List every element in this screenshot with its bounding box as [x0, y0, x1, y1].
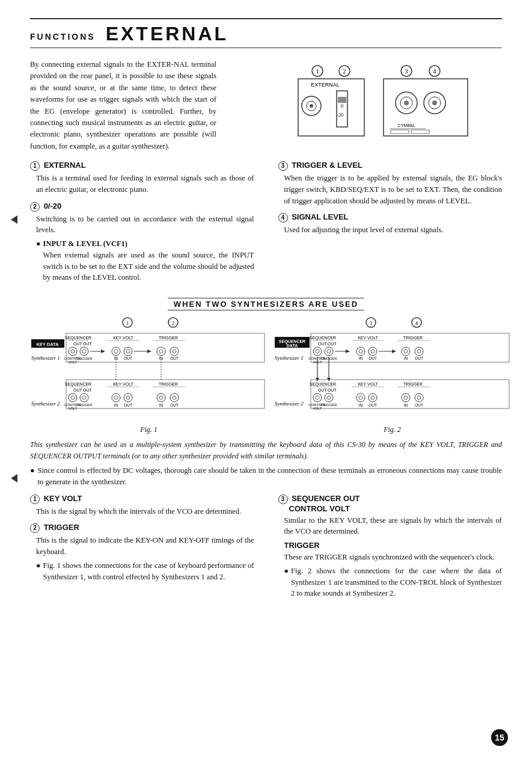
circle-num-seq-out: 3: [278, 495, 288, 504]
item-seq-out-body: Similar to the KEY VOLT, these are signa…: [278, 515, 503, 538]
item-seq-out-bullet: ● Fig. 2 shows the connections for the c…: [278, 565, 503, 599]
svg-marker-126: [392, 350, 396, 353]
svg-point-162: [402, 393, 410, 402]
synth-diagrams: 1 2 KEY DATA Synthesizer 1 SEQUENCER OUT…: [30, 316, 502, 434]
svg-marker-116: [346, 350, 350, 353]
svg-rect-13: [337, 91, 347, 127]
svg-text:OUT: OUT: [318, 342, 328, 346]
since-bullet-icon: ●: [30, 465, 35, 488]
svg-text:IN: IN: [359, 403, 363, 407]
item-trigger-level-body: When the trigger is to be applied by ext…: [278, 173, 503, 206]
svg-point-43: [82, 350, 86, 353]
svg-point-165: [417, 396, 421, 399]
bottom-right: 3 SEQUENCER OUT CONTROL VOLT Similar to …: [266, 494, 503, 606]
svg-point-73: [69, 393, 77, 402]
svg-text:Synthesizer 1: Synthesizer 1: [31, 355, 60, 361]
intro-diagram: 1 2 3 4 EXTERNAL 0 -20: [228, 59, 502, 152]
page-header: FUNCTIONS EXTERNAL: [30, 18, 502, 48]
arrow-indicator-1: [11, 215, 17, 224]
item-0-20-title: 2 0/-20: [30, 202, 254, 212]
svg-point-148: [313, 393, 322, 402]
svg-text:IN: IN: [114, 403, 118, 407]
svg-text:KEY DATA: KEY DATA: [36, 342, 59, 347]
italic-note: This synthesizer can be used as a multip…: [30, 439, 502, 461]
svg-point-157: [371, 396, 375, 399]
intro-text: By connecting external signals to the EX…: [30, 59, 216, 152]
svg-text:2: 2: [343, 68, 346, 75]
svg-point-131: [415, 347, 423, 356]
svg-text:OUT: OUT: [73, 342, 83, 346]
svg-point-154: [356, 393, 365, 402]
svg-text:IN: IN: [359, 356, 363, 360]
svg-text:IN: IN: [159, 403, 164, 407]
svg-point-79: [112, 393, 120, 402]
circle-num-1: 1: [30, 161, 40, 171]
svg-text:OUT: OUT: [328, 388, 337, 392]
svg-text:SEQUENCER: SEQUENCER: [65, 382, 91, 387]
svg-point-88: [159, 396, 163, 399]
item-0-20-body: Switching is to be carried out in accord…: [30, 214, 254, 236]
svg-rect-27: [411, 130, 429, 134]
svg-text:-20: -20: [337, 112, 343, 118]
item-trigger-bullet: ● Fig. 1 shows the connections for the c…: [30, 560, 254, 583]
svg-text:OUT: OUT: [318, 388, 328, 392]
circle-num-4: 4: [278, 213, 288, 223]
svg-text:OUT: OUT: [170, 356, 179, 360]
svg-text:TRIGGER: TRIGGER: [76, 403, 93, 407]
item-trigger-level: 3 TRIGGER & LEVEL When the trigger is to…: [278, 161, 503, 206]
item-signal-level-title: 4 SIGNAL LEVEL: [278, 212, 503, 223]
fig2-label: Fig. 2: [274, 425, 511, 434]
fig1-label: Fig. 1: [30, 425, 268, 434]
svg-point-150: [325, 393, 333, 402]
svg-text:OUT: OUT: [415, 356, 423, 360]
svg-text:KEY VOLT: KEY VOLT: [358, 336, 378, 340]
svg-text:SEQUENCER: SEQUENCER: [310, 382, 336, 387]
fig2-svg: 3 4 SEQUENCER DATA Synthesizer 1 SEQUENC…: [274, 316, 511, 422]
svg-text:KEY VOLT: KEY VOLT: [113, 382, 133, 386]
svg-point-114: [327, 350, 331, 353]
svg-point-129: [402, 347, 410, 356]
svg-text:VOLT: VOLT: [313, 407, 322, 410]
svg-text:OUT: OUT: [170, 403, 179, 407]
svg-rect-14: [338, 97, 346, 103]
svg-text:VOLT: VOLT: [68, 360, 78, 364]
page: FUNCTIONS EXTERNAL By connecting externa…: [0, 0, 532, 758]
svg-point-80: [114, 396, 118, 399]
item-signal-level-body: Used for adjusting the input level of ex…: [278, 224, 503, 236]
intro-diagram-svg: 1 2 3 4 EXTERNAL 0 -20: [257, 64, 474, 148]
page-title: FUNCTIONS EXTERNAL: [30, 23, 502, 45]
svg-text:OUT: OUT: [124, 356, 132, 360]
svg-text:TRIGGER: TRIGGER: [403, 382, 423, 386]
circle-num-trigger: 2: [30, 523, 40, 533]
svg-point-149: [316, 396, 319, 399]
item-key-volt-title: 1 KEY VOLT: [30, 494, 254, 504]
svg-point-20: [404, 100, 409, 105]
svg-point-51: [126, 350, 130, 353]
intro-section: By connecting external signals to the EX…: [30, 59, 502, 152]
svg-marker-55: [147, 350, 151, 353]
svg-text:TRIGGER: TRIGGER: [320, 403, 337, 407]
item-0-20: 2 0/-20 Switching is to be carried out i…: [30, 202, 254, 284]
item-0-20-bullet: ● INPUT & LEVEL (VCF1)When external sign…: [30, 238, 254, 283]
item-trigger-level-title: 3 TRIGGER & LEVEL: [278, 161, 503, 171]
since-bullet-text: Since control is effected by DC voltages…: [38, 465, 502, 488]
svg-point-42: [80, 347, 88, 356]
svg-text:OUT: OUT: [73, 388, 83, 392]
svg-point-111: [313, 347, 322, 356]
item-seq-out-title: 3 SEQUENCER OUT CONTROL VOLT: [278, 494, 503, 513]
fig1-svg: 1 2 KEY DATA Synthesizer 1 SEQUENCER OUT…: [30, 316, 268, 422]
svg-point-87: [157, 393, 165, 402]
svg-text:OUT: OUT: [83, 388, 93, 392]
svg-point-155: [359, 396, 362, 399]
fig2-area: 3 4 SEQUENCER DATA Synthesizer 1 SEQUENC…: [271, 316, 511, 434]
svg-point-59: [159, 350, 163, 353]
svg-text:SEQUENCER: SEQUENCER: [310, 336, 336, 340]
svg-marker-45: [101, 350, 105, 353]
functions-label: FUNCTIONS: [30, 32, 96, 42]
svg-point-122: [371, 350, 375, 353]
svg-point-81: [124, 393, 132, 402]
svg-text:3: 3: [405, 68, 408, 75]
item-seq-trigger-title: TRIGGER: [278, 541, 503, 550]
svg-text:Synthesizer 2: Synthesizer 2: [275, 401, 304, 407]
svg-text:Synthesizer 1: Synthesizer 1: [275, 355, 304, 361]
